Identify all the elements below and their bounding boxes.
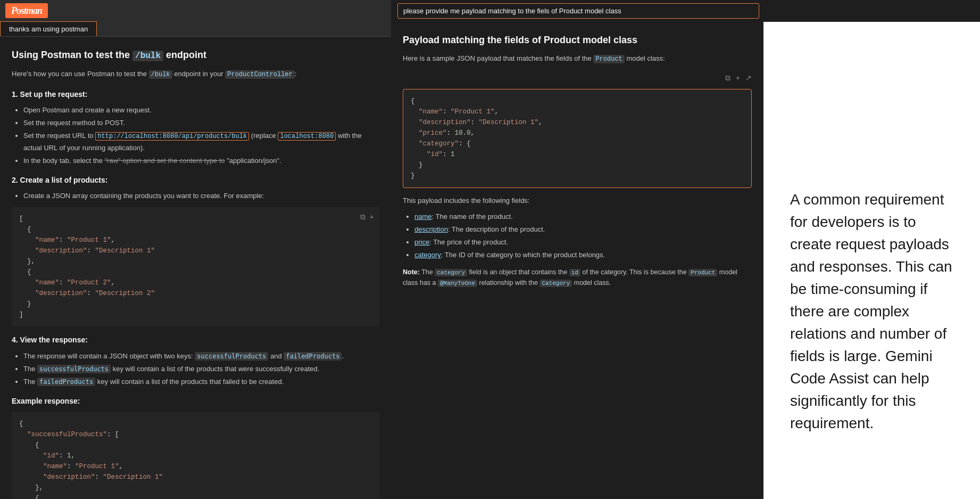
postman-logo-image: Postman (5, 3, 48, 18)
list-item: Set the request method to POST. (23, 117, 379, 129)
left-header: Postman thanks am using postman (0, 0, 391, 37)
step2-heading: 2. Create a list of products: (12, 174, 379, 186)
postman-logo: Postman (0, 0, 391, 21)
list-item: The successfulProducts key will contain … (23, 363, 379, 375)
right-top (391, 0, 980, 22)
marketing-text: A common requirement for developers is t… (790, 189, 953, 435)
note-text: Note: The category field is an object th… (403, 267, 752, 289)
fields-list: name: The name of the product. descripti… (403, 211, 752, 261)
chat-input[interactable] (397, 3, 759, 19)
expand-icon[interactable]: + (370, 211, 374, 223)
arrow-icon-right[interactable]: ↗ (745, 72, 752, 84)
step2-bullets: Create a JSON array containing the produ… (12, 190, 379, 202)
bulk-code: /bulk (132, 51, 163, 61)
list-item: The response will contain a JSON object … (23, 350, 379, 362)
list-item: Create a JSON array containing the produ… (23, 190, 379, 202)
code-block-icons: ⧉ + (360, 211, 374, 223)
url-highlight: http://localhost:8080/api/products/bulk (95, 132, 249, 141)
add-icon-right[interactable]: + (736, 72, 740, 84)
copy-icon-right[interactable]: ⧉ (725, 72, 730, 84)
code-content-1: [ { "name": "Product 1", "description": … (19, 214, 372, 320)
list-item: name: The name of the product. (414, 211, 752, 223)
example-response-heading: Example response: (12, 395, 379, 407)
left-panel: Postman thanks am using postman Using Po… (0, 0, 391, 499)
copy-icon[interactable]: ⧉ (360, 211, 366, 223)
list-item: category: The ID of the category to whic… (414, 249, 752, 261)
right-panel: Payload matching the fields of Product m… (391, 0, 980, 499)
tab-bar: thanks am using postman (0, 21, 391, 36)
right-chat-response: Payload matching the fields of Product m… (391, 22, 763, 499)
code-block-1: ⧉ + [ { "name": "Product 1", "descriptio… (12, 207, 379, 326)
step1-heading: 1. Set up the request: (12, 88, 379, 100)
payload-code-block: { "name": "Product 1", "description": "D… (403, 89, 752, 188)
step4-bullets: The response will contain a JSON object … (12, 350, 379, 388)
list-item: price: The price of the product. (414, 236, 752, 248)
code-block-2: { "successfulProducts": [ { "id": 1, "na… (12, 412, 379, 499)
right-chat-input (391, 0, 980, 22)
active-tab[interactable]: thanks am using postman (0, 21, 97, 36)
list-item: Open Postman and create a new request. (23, 104, 379, 116)
step4-heading: 4. View the response: (12, 334, 379, 346)
response-title: Payload matching the fields of Product m… (403, 32, 752, 48)
list-item: In the body tab, select the "raw" option… (23, 155, 379, 167)
list-item: The failedProducts key will contain a li… (23, 376, 379, 388)
code-content-2: { "successfulProducts": [ { "id": 1, "na… (19, 419, 372, 499)
intro-text: Here's how you can use Postman to test t… (12, 69, 379, 80)
list-item: Set the request URL to http://localhost:… (23, 130, 379, 153)
left-content: Using Postman to test the /bulk endpoint… (0, 37, 391, 499)
right-marketing: A common requirement for developers is t… (763, 22, 980, 499)
response-sub: Here is a sample JSON payload that match… (403, 53, 752, 64)
step1-bullets: Open Postman and create a new request. S… (12, 104, 379, 167)
fields-intro: This payload includes the following fiel… (403, 195, 752, 207)
list-item: description: The description of the prod… (414, 224, 752, 235)
payload-code-content: { "name": "Product 1", "description": "D… (411, 96, 744, 181)
section-title: Using Postman to test the /bulk endpoint (12, 47, 379, 63)
localhost-highlight: localhost:8080 (278, 132, 336, 141)
right-content-area: Payload matching the fields of Product m… (391, 22, 980, 499)
